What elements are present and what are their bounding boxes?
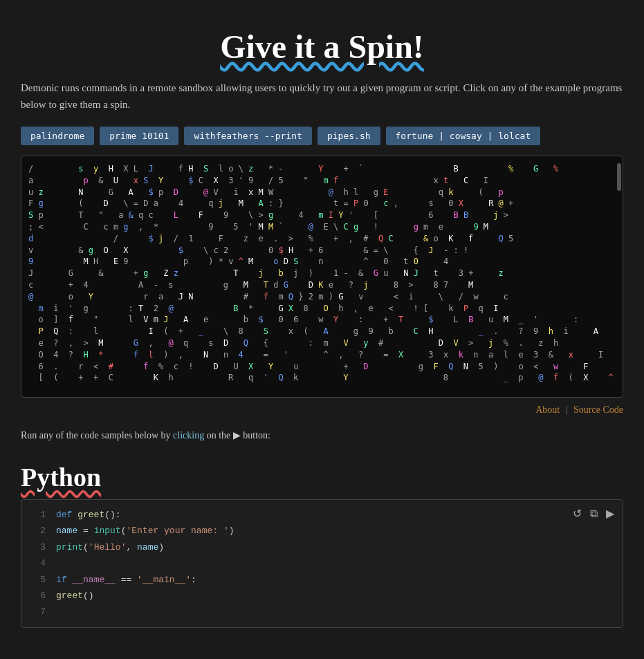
line-code-1: def greet(): (56, 507, 121, 523)
line-code-6: greet() (56, 588, 94, 604)
line-num-2: 2 (28, 523, 46, 539)
line-num-7: 7 (28, 604, 46, 620)
copy-button[interactable]: ⧉ (589, 506, 599, 521)
reload-button[interactable]: ↺ (571, 505, 583, 521)
btn-fortune[interactable]: fortune | cowsay | lolcat (386, 127, 541, 145)
line-num-5: 5 (28, 572, 46, 588)
terminal-display: / s y H X L J f H S l o \ z * - Y + ` B … (21, 156, 623, 398)
page-wrapper: Give it a Spin! Demonic runs commands in… (0, 0, 644, 642)
about-link[interactable]: About (535, 405, 560, 415)
run-button[interactable]: ▶ (605, 505, 616, 521)
btn-pipes[interactable]: pipes.sh (318, 127, 380, 145)
btn-withfeathers[interactable]: withfeathers --print (184, 127, 312, 145)
code-line-1: 1 def greet(): (21, 507, 623, 523)
code-line-3: 3 print('Hello', name) (21, 539, 623, 555)
btn-prime[interactable]: prime 10101 (100, 127, 178, 145)
code-line-4: 4 (21, 555, 623, 571)
code-line-7: 7 (21, 604, 623, 620)
line-num-6: 6 (28, 588, 46, 604)
line-code-2: name = input('Enter your name: ') (56, 523, 234, 539)
code-line-6: 6 greet() (21, 588, 623, 604)
line-code-3: print('Hello', name) (56, 539, 164, 555)
python-code-editor: ↺ ⧉ ▶ 1 def greet(): 2 name = input('Ent… (21, 499, 623, 628)
source-code-link[interactable]: Source Code (573, 405, 623, 415)
intro-text: Demonic runs commands in a remote sandbo… (21, 80, 623, 113)
line-code-5: if __name__ == '__main__': (56, 572, 196, 588)
example-buttons-row: palindrome prime 10101 withfeathers --pr… (21, 127, 623, 145)
code-line-2: 2 name = input('Enter your name: ') (21, 523, 623, 539)
main-title: Give it a Spin! (21, 28, 623, 66)
btn-palindrome[interactable]: palindrome (21, 127, 94, 145)
clicking-text: clicking (173, 430, 204, 440)
code-toolbar: ↺ ⧉ ▶ (571, 505, 616, 521)
scrollbar[interactable] (617, 163, 621, 191)
python-section-title: Python (21, 462, 623, 492)
separator: | (566, 405, 568, 415)
line-num-4: 4 (28, 555, 46, 571)
run-instructions: Run any of the code samples below by cli… (21, 429, 623, 441)
line-num-3: 3 (28, 539, 46, 555)
links-row: About | Source Code (21, 405, 623, 416)
code-line-5: 5 if __name__ == '__main__': (21, 572, 623, 588)
code-lines: 1 def greet(): 2 name = input('Enter you… (21, 500, 623, 627)
line-num-1: 1 (28, 507, 46, 523)
terminal-text: / s y H X L J f H S l o \ z * - Y + ` B … (28, 163, 616, 384)
